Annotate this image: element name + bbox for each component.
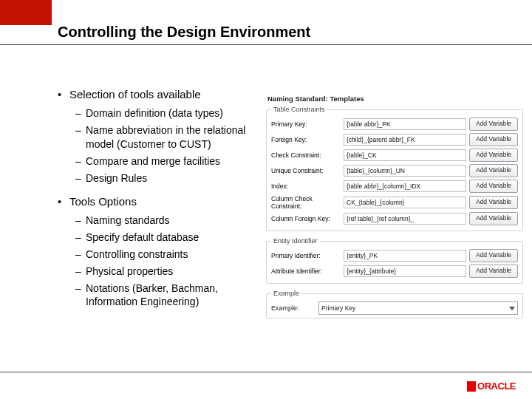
row-check-constraint: Check Constraint: {table}_CK Add Variabl… bbox=[271, 149, 518, 162]
add-variable-button[interactable]: Add Variable bbox=[469, 196, 518, 209]
oracle-logo-text: ORACLE bbox=[477, 381, 516, 392]
row-primary-identifier: Primary Identifier: {entity}_PK Add Vari… bbox=[271, 249, 518, 262]
add-variable-button[interactable]: Add Variable bbox=[469, 117, 518, 131]
add-variable-button[interactable]: Add Variable bbox=[469, 133, 518, 146]
foreign-key-input[interactable]: {child}_{parent abbr}_FK bbox=[344, 134, 466, 146]
primary-key-input[interactable]: {table abbr}_PK bbox=[344, 118, 466, 130]
table-constraints-legend: Table Constraints bbox=[271, 106, 327, 113]
subbullet: Physical properties bbox=[75, 265, 265, 279]
row-example: Example: Primary Key bbox=[271, 301, 518, 315]
subbullet: Controlling constraints bbox=[75, 248, 265, 262]
add-variable-button[interactable]: Add Variable bbox=[469, 212, 518, 225]
subbullet: Specify default database bbox=[75, 231, 265, 245]
chevron-down-icon bbox=[509, 307, 515, 310]
entity-identifier-group: Entity Identifier Primary Identifier: {e… bbox=[266, 237, 523, 284]
subbullet: Compare and merge facilities bbox=[75, 154, 265, 168]
label: Foreign Key: bbox=[271, 136, 341, 143]
index-input[interactable]: {table abbr}_{column}_IDX bbox=[344, 180, 466, 192]
entity-identifier-legend: Entity Identifier bbox=[271, 237, 320, 245]
subbullet: Domain definition (data types) bbox=[75, 106, 265, 120]
label: Column Foreign Key: bbox=[271, 215, 341, 222]
row-foreign-key: Foreign Key: {child}_{parent abbr}_FK Ad… bbox=[271, 133, 518, 146]
row-primary-key: Primary Key: {table abbr}_PK Add Variabl… bbox=[271, 117, 518, 131]
example-group: Example Example: Primary Key bbox=[266, 290, 523, 318]
slide-accent-block bbox=[0, 0, 52, 25]
add-variable-button[interactable]: Add Variable bbox=[469, 149, 518, 162]
example-legend: Example bbox=[271, 290, 301, 297]
oracle-logo: ORACLE bbox=[467, 381, 516, 392]
subbullet: Notations (Barker, Bachman, Information … bbox=[75, 282, 265, 310]
label: Primary Identifier: bbox=[271, 252, 341, 259]
example-select-value: Primary Key bbox=[321, 304, 355, 312]
subbullet: Naming standards bbox=[75, 214, 265, 228]
bullet-selection-of-tools: Selection of tools available bbox=[58, 87, 265, 102]
naming-standards-panel: Naming Standard: Templates Table Constra… bbox=[266, 95, 523, 324]
label: Unique Constraint: bbox=[271, 167, 341, 174]
row-unique-constraint: Unique Constraint: {table}_{column}_UN A… bbox=[271, 164, 518, 177]
bullet-tools-options: Tools Options bbox=[58, 194, 265, 209]
label: Check Constraint: bbox=[271, 151, 341, 159]
column-check-constraint-input[interactable]: CK_{table}_{column} bbox=[344, 197, 466, 208]
unique-constraint-input[interactable]: {table}_{column}_UN bbox=[344, 165, 466, 177]
add-variable-button[interactable]: Add Variable bbox=[469, 164, 518, 177]
row-index: Index: {table abbr}_{column}_IDX Add Var… bbox=[271, 180, 518, 193]
row-column-foreign-key: Column Foreign Key: {ref table}_{ref col… bbox=[271, 212, 518, 225]
add-variable-button[interactable]: Add Variable bbox=[469, 265, 518, 278]
table-constraints-group: Table Constraints Primary Key: {table ab… bbox=[266, 106, 523, 231]
primary-identifier-input[interactable]: {entity}_PK bbox=[344, 250, 466, 262]
label: Attribute Identifier: bbox=[271, 267, 341, 275]
example-select[interactable]: Primary Key bbox=[318, 301, 518, 315]
label: Primary Key: bbox=[271, 120, 341, 128]
divider-top bbox=[0, 44, 532, 45]
panel-title: Naming Standard: Templates bbox=[267, 95, 523, 103]
add-variable-button[interactable]: Add Variable bbox=[469, 180, 518, 193]
divider-bottom bbox=[0, 372, 532, 372]
row-attribute-identifier: Attribute Identifier: {entity}_{attribut… bbox=[271, 265, 518, 278]
subbullet: Name abbreviation in the relational mode… bbox=[75, 123, 265, 151]
attribute-identifier-input[interactable]: {entity}_{attribute} bbox=[344, 265, 466, 277]
oracle-logo-icon bbox=[467, 381, 476, 392]
slide-body: Selection of tools available Domain defi… bbox=[58, 87, 265, 318]
add-variable-button[interactable]: Add Variable bbox=[469, 249, 518, 262]
label: Index: bbox=[271, 183, 341, 190]
slide-title: Controlling the Design Environment bbox=[58, 24, 310, 41]
check-constraint-input[interactable]: {table}_CK bbox=[344, 149, 466, 161]
column-foreign-key-input[interactable]: {ref table}_{ref column}_ bbox=[344, 213, 466, 225]
label: Column Check Constraint: bbox=[271, 195, 341, 210]
label: Example: bbox=[271, 304, 316, 312]
row-column-check-constraint: Column Check Constraint: CK_{table}_{col… bbox=[271, 195, 518, 210]
subbullet: Design Rules bbox=[75, 171, 265, 185]
